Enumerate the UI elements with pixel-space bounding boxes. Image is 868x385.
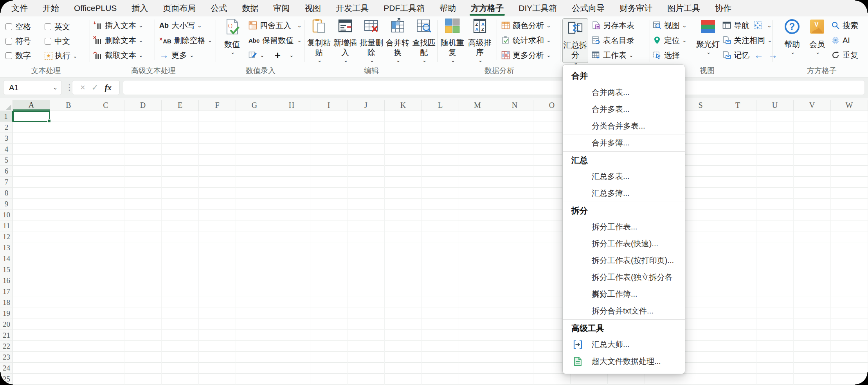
column-header-L[interactable]: L	[422, 100, 459, 111]
checkbox-space[interactable]: 空格	[5, 20, 45, 34]
column-header-A[interactable]: A	[13, 100, 50, 111]
menu-tab[interactable]: 数据	[234, 0, 266, 16]
menu-tab[interactable]: 视图	[297, 0, 328, 16]
name-box[interactable]: A1⌄	[3, 80, 62, 95]
checkbox-icon[interactable]	[45, 38, 51, 45]
help-button[interactable]: ? 帮助⌄	[780, 18, 804, 55]
menu-tab[interactable]: 帮助	[432, 0, 463, 16]
confirm-icon[interactable]: ✓	[92, 83, 99, 92]
menu-tab[interactable]: PDF工具箱	[376, 0, 432, 16]
dropdown-menu-item[interactable]: 汇总多表...	[563, 168, 685, 185]
column-header-U[interactable]: U	[756, 100, 794, 111]
numeric-value-button[interactable]: (-) 数值 ⌄	[220, 18, 245, 55]
column-header-K[interactable]: K	[385, 100, 422, 111]
menu-tab[interactable]: DIY工具箱	[511, 0, 564, 16]
dropdown-menu-item[interactable]: 拆分工作表(按打印页)...	[563, 252, 685, 269]
dropdown-menu-item[interactable]: 汇总大师...	[563, 336, 685, 353]
row-header-8[interactable]: 8	[0, 188, 13, 199]
follow-same-button[interactable]: 关注相同⌄	[722, 33, 771, 48]
spotlight-button[interactable]: 聚光灯⌄	[696, 18, 720, 55]
stat-sum-button[interactable]: 统计求和⌄	[501, 33, 551, 48]
dropdown-menu-item[interactable]: 分类合并多表...	[563, 118, 685, 134]
checkbox-icon[interactable]	[5, 52, 12, 59]
chevron-down-icon[interactable]: ⌄	[260, 52, 265, 58]
menu-tab[interactable]: 开发工具	[328, 0, 376, 16]
row-header-7[interactable]: 7	[0, 177, 13, 188]
dropdown-menu-item[interactable]: 合并多簿...	[563, 134, 685, 151]
menu-tab[interactable]: 财务审计	[612, 0, 660, 16]
dropdown-menu-item[interactable]: 拆分工作表(独立拆分各表)...	[563, 269, 685, 286]
menu-tab[interactable]: OfficePLUS	[67, 0, 124, 16]
color-analysis-button[interactable]: 颜色分析⌄	[501, 18, 551, 33]
row-header-9[interactable]: 9	[0, 199, 13, 210]
case-button[interactable]: Ab大小写⌄	[159, 18, 212, 33]
chevron-down-icon[interactable]: ⌄	[767, 23, 772, 28]
row-header-20[interactable]: 20	[0, 319, 13, 330]
keep-value-button[interactable]: Abc保留数值⌄	[249, 33, 302, 48]
search-button[interactable]: 搜索	[831, 18, 858, 33]
row-header-3[interactable]: 3	[0, 133, 13, 144]
random-repeat-button[interactable]: 随机重复⌄	[439, 18, 465, 63]
column-header-W[interactable]: W	[831, 100, 868, 111]
sheet-catalog-button[interactable]: 表名目录	[592, 33, 634, 48]
checkbox-icon[interactable]	[45, 23, 51, 30]
column-header-I[interactable]: I	[310, 100, 348, 111]
column-header-S[interactable]: S	[682, 100, 719, 111]
checkbox-number[interactable]: 数字	[5, 48, 45, 63]
column-header-E[interactable]: E	[162, 100, 199, 111]
row-header-2[interactable]: 2	[0, 122, 13, 133]
menu-tab[interactable]: 图片工具	[660, 0, 708, 16]
checkbox-english[interactable]: 英文	[45, 20, 88, 34]
column-header-T[interactable]: T	[719, 100, 756, 111]
dropdown-menu-item[interactable]: 拆分工作表(快速)...	[563, 235, 685, 252]
row-header-23[interactable]: 23	[0, 352, 13, 363]
row-header-1[interactable]: 1	[0, 111, 13, 122]
column-header-V[interactable]: V	[794, 100, 831, 111]
menu-tab[interactable]: 审阅	[266, 0, 297, 16]
button-label[interactable]: 导航	[734, 20, 749, 31]
checkbox-icon[interactable]	[5, 23, 12, 30]
dropdown-menu-item[interactable]: 拆分工作表...	[563, 218, 685, 235]
extract-text-button[interactable]: 截取文本⌄	[93, 48, 143, 63]
menu-tab[interactable]: 页面布局	[155, 0, 203, 16]
ai-button[interactable]: AI	[831, 33, 858, 48]
dropdown-menu-item[interactable]: 合并多表...	[563, 101, 685, 118]
more-button[interactable]: →更多⌄	[159, 48, 212, 63]
batch-delete-button[interactable]: 批量删除⌄	[359, 18, 384, 63]
dropdown-menu-item[interactable]: 拆分工作簿...	[563, 286, 685, 303]
dropdown-menu-item[interactable]: 拆分合并txt文件...	[563, 303, 685, 319]
row-header-16[interactable]: 16	[0, 275, 13, 286]
row-header-11[interactable]: 11	[0, 220, 13, 231]
chevron-down-icon[interactable]: ⌄	[53, 84, 58, 91]
back-arrow-icon[interactable]: ←	[754, 50, 764, 61]
row-header-14[interactable]: 14	[0, 253, 13, 264]
row-header-18[interactable]: 18	[0, 297, 13, 308]
member-button[interactable]: V 会员⌄	[805, 18, 829, 55]
menu-tab[interactable]: 开始	[35, 0, 67, 16]
view-button[interactable]: 视图⌄	[653, 18, 687, 33]
column-header-J[interactable]: J	[348, 100, 385, 111]
row-header-15[interactable]: 15	[0, 264, 13, 275]
find-match-button[interactable]: 查找匹配⌄	[411, 18, 436, 63]
more-analysis-button[interactable]: 更多分析⌄	[501, 48, 551, 63]
row-header-17[interactable]: 17	[0, 286, 13, 297]
expand-selection-icon[interactable]	[753, 21, 762, 30]
cell-pencil-icon[interactable]	[249, 51, 257, 59]
menu-tab[interactable]: 方方格子	[463, 0, 511, 16]
doc-mail-icon[interactable]	[722, 51, 731, 59]
column-header-N[interactable]: N	[496, 100, 533, 111]
chevron-down-icon[interactable]: ⌄	[289, 52, 294, 58]
round-button[interactable]: 四舍五入⌄	[249, 18, 302, 33]
selected-cell-a1[interactable]	[13, 111, 50, 122]
select-button[interactable]: 选择	[653, 48, 687, 63]
menu-tab[interactable]: 协作	[708, 0, 739, 16]
menu-tab[interactable]: 公式向导	[564, 0, 612, 16]
row-header-10[interactable]: 10	[0, 210, 13, 220]
summary-split-button[interactable]: 汇总拆分⌄	[562, 18, 588, 63]
remove-space-button[interactable]: ×AB删除空格⌄	[159, 33, 212, 48]
menu-tab[interactable]: 公式	[203, 0, 234, 16]
column-header-C[interactable]: C	[87, 100, 124, 111]
locate-button[interactable]: 定位⌄	[653, 33, 687, 48]
row-header-4[interactable]: 4	[0, 144, 13, 155]
merge-convert-button[interactable]: 合并转换⌄	[385, 18, 410, 63]
